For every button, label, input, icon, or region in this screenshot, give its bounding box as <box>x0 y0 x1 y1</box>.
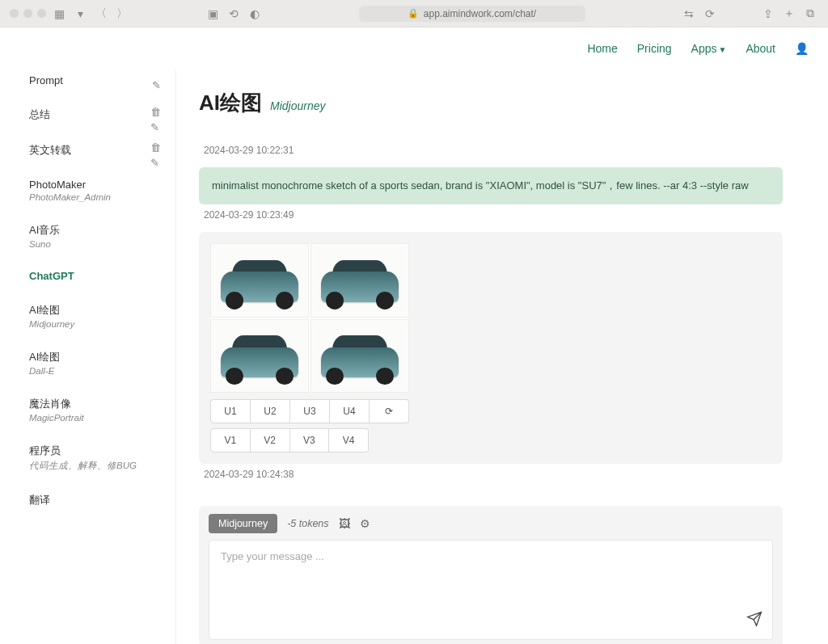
addressbar-wrap: 🔒 app.aimindwork.com/chat/ <box>268 6 676 22</box>
sidebar-item-8[interactable]: 魔法肖像MagicPortrait <box>0 385 172 432</box>
mj-image-3[interactable] <box>210 319 309 394</box>
refresh-icon: ⟳ <box>385 406 393 417</box>
sidebar-toggle-icon[interactable]: ▦ <box>51 7 67 20</box>
user-prompt: minimalist monochrome sketch of a sports… <box>199 167 783 204</box>
v1-button[interactable]: V1 <box>210 428 251 452</box>
url-text: app.aimindwork.com/chat/ <box>424 8 536 19</box>
u1-button[interactable]: U1 <box>210 399 251 423</box>
sidebar-item-1[interactable]: 总结🗑✎ <box>0 96 172 132</box>
shield-icon[interactable]: ▣ <box>205 7 221 20</box>
image-upload-icon[interactable]: 🖼 <box>339 517 350 530</box>
reload-chrome-icon[interactable]: ⟲ <box>226 7 242 20</box>
sidebar-item-title: AI绘图 <box>29 350 158 364</box>
sidebar-item-actions: ✎ <box>152 79 161 91</box>
chat-model-tag: Midjourney <box>270 99 325 112</box>
nav-about[interactable]: About <box>746 42 775 55</box>
topnav: Home Pricing Apps▼ About 👤 <box>0 27 828 69</box>
sidebar-item-title: 程序员 <box>29 444 158 458</box>
v2-button[interactable]: V2 <box>251 428 290 452</box>
sidebar-item-sub: Dall-E <box>29 366 158 376</box>
translate-icon[interactable]: ⇆ <box>681 7 697 20</box>
edit-icon[interactable]: ✎ <box>152 79 161 91</box>
sidebar-item-title: 翻译 <box>29 493 158 507</box>
sidebar-item-title: 魔法肖像 <box>29 397 158 411</box>
paper-plane-icon <box>746 611 763 627</box>
timestamp-1: 2024-03-29 10:22:31 <box>204 145 778 156</box>
sidebar-item-title: AI音乐 <box>29 223 158 238</box>
sidebar: Prompt✎总结🗑✎英文转载🗑✎PhotoMakerPhotoMaker_Ad… <box>0 69 176 644</box>
delete-icon[interactable]: 🗑 <box>150 141 161 154</box>
sidebar-item-0[interactable]: Prompt✎ <box>0 69 172 96</box>
body: Prompt✎总结🗑✎英文转载🗑✎PhotoMakerPhotoMaker_Ad… <box>0 69 828 644</box>
sidebar-item-title: AI绘图 <box>29 303 158 318</box>
mj-image-grid[interactable] <box>210 243 409 393</box>
chevron-down-icon: ▼ <box>719 45 727 54</box>
sidebar-item-4[interactable]: AI音乐Suno <box>0 212 172 259</box>
sidebar-item-title: ChatGPT <box>29 270 158 282</box>
settings-icon[interactable]: ⚙ <box>360 517 370 530</box>
lock-icon: 🔒 <box>408 8 419 19</box>
close-dot[interactable] <box>10 9 19 18</box>
upscale-row: U1 U2 U3 U4 ⟳ <box>210 399 409 423</box>
max-dot[interactable] <box>37 9 46 18</box>
sidebar-item-6[interactable]: AI绘图Midjourney <box>0 292 172 339</box>
sidebar-item-7[interactable]: AI绘图Dall-E <box>0 339 172 385</box>
composer-model-pill[interactable]: Midjourney <box>209 514 277 533</box>
chat-main: AI绘图 Midjourney 2024-03-29 10:22:31 mini… <box>176 69 828 644</box>
sidebar-item-sub: 代码生成、解释、修BUG <box>29 460 158 472</box>
sidebar-item-sub: PhotoMaker_Admin <box>29 192 158 202</box>
send-button[interactable] <box>746 611 763 631</box>
sidebar-item-5[interactable]: ChatGPT <box>0 259 172 292</box>
sidebar-item-title: PhotoMaker <box>29 179 158 191</box>
sidebar-item-title: 总结 <box>29 107 158 122</box>
u4-button[interactable]: U4 <box>330 399 370 423</box>
sidebar-item-10[interactable]: 翻译 <box>0 482 172 517</box>
sidebar-item-9[interactable]: 程序员代码生成、解释、修BUG <box>0 432 172 482</box>
composer-tokens: -5 tokens <box>287 518 328 529</box>
variation-row: V1 V2 V3 V4 <box>210 428 369 452</box>
browser-chrome: ▦ ▾ 〈 〉 ▣ ⟲ ◐ 🔒 app.aimindwork.com/chat/… <box>0 0 828 27</box>
page: Home Pricing Apps▼ About 👤 Prompt✎总结🗑✎英文… <box>0 27 828 644</box>
composer-head: Midjourney -5 tokens 🖼 ⚙ <box>209 514 773 533</box>
v3-button[interactable]: V3 <box>290 428 330 452</box>
timestamp-2: 2024-03-29 10:23:49 <box>204 209 778 221</box>
nav-home[interactable]: Home <box>587 42 617 55</box>
mj-image-4[interactable] <box>310 319 409 394</box>
back-icon[interactable]: 〈 <box>93 6 109 21</box>
addressbar[interactable]: 🔒 app.aimindwork.com/chat/ <box>359 6 585 22</box>
sidebar-item-title: Prompt <box>29 74 158 86</box>
refresh-icon[interactable]: ⟳ <box>702 7 718 20</box>
chat-title-text: AI绘图 <box>199 89 262 117</box>
nav-user-icon[interactable]: 👤 <box>795 42 809 55</box>
mj-image-1[interactable] <box>210 243 309 318</box>
u2-button[interactable]: U2 <box>251 399 290 423</box>
nav-apps-label: Apps <box>691 42 717 55</box>
traffic-lights <box>10 9 46 18</box>
min-dot[interactable] <box>23 9 32 18</box>
sidebar-item-title: 英文转载 <box>29 143 158 158</box>
mj-image-2[interactable] <box>310 243 409 318</box>
newtab-icon[interactable]: ＋ <box>781 6 797 21</box>
u3-button[interactable]: U3 <box>290 399 330 423</box>
sidebar-item-actions: 🗑✎ <box>150 106 161 133</box>
nav-pricing[interactable]: Pricing <box>637 42 672 55</box>
sidebar-item-sub: Midjourney <box>29 319 158 329</box>
delete-icon[interactable]: 🗑 <box>150 106 161 118</box>
sidebar-item-2[interactable]: 英文转载🗑✎ <box>0 132 172 167</box>
sidebar-item-sub: Suno <box>29 239 158 249</box>
timestamp-3: 2024-03-29 10:24:38 <box>204 469 778 480</box>
share-icon[interactable]: ⇪ <box>760 7 776 20</box>
composer-input[interactable] <box>209 541 772 636</box>
tabs-icon[interactable]: ⧉ <box>802 6 818 20</box>
dropdown-icon[interactable]: ▾ <box>72 7 88 20</box>
nav-apps[interactable]: Apps▼ <box>691 42 727 55</box>
v4-button[interactable]: V4 <box>329 428 369 452</box>
bot-response: U1 U2 U3 U4 ⟳ V1 V2 V3 V4 <box>199 232 783 464</box>
chat-title: AI绘图 Midjourney <box>199 89 783 117</box>
user-prompt-text: minimalist monochrome sketch of a sports… <box>212 179 749 192</box>
reader-icon[interactable]: ◐ <box>247 7 263 20</box>
sidebar-item-actions: 🗑✎ <box>150 141 161 169</box>
sidebar-item-3[interactable]: PhotoMakerPhotoMaker_Admin <box>0 167 172 212</box>
forward-icon[interactable]: 〉 <box>114 6 130 21</box>
reroll-button[interactable]: ⟳ <box>370 399 409 423</box>
